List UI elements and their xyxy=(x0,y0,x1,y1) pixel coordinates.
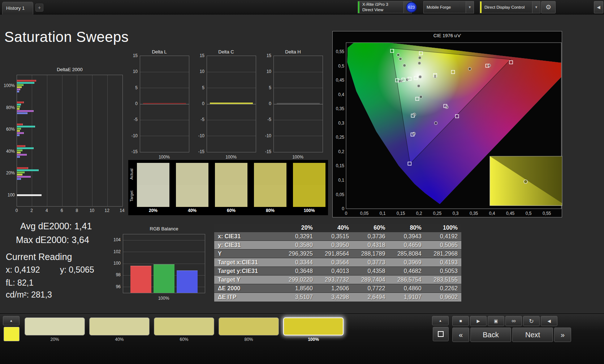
settings-button[interactable]: ⚙ xyxy=(541,1,556,13)
row-label: y: CIE31 xyxy=(214,241,280,250)
current-color-chip[interactable] xyxy=(4,327,20,341)
meter-label: X-Rite i1Pro 3 Direct View xyxy=(359,2,404,13)
next-chevron-button[interactable]: » xyxy=(554,328,571,342)
display-control-dropdown[interactable]: Direct Display Control ▼ xyxy=(480,1,540,13)
y-tick-label: 102 xyxy=(106,249,121,255)
de2000-bar xyxy=(17,152,21,153)
delta-bar xyxy=(277,103,320,104)
cell-value: 0,5053 xyxy=(425,267,461,276)
saturation-swatch-button[interactable] xyxy=(283,317,344,335)
table-row: Target Y299,0220293,7732289,7404286,5754… xyxy=(214,276,461,284)
cell-value: 285,8084 xyxy=(389,250,425,258)
session-count-badge[interactable]: 623 xyxy=(406,2,417,13)
svg-text:0,15: 0,15 xyxy=(336,163,345,168)
gridline xyxy=(123,264,205,264)
refresh-button[interactable]: ↻ xyxy=(523,316,540,326)
expand-right-button[interactable]: ▲ xyxy=(432,316,449,325)
display-window-button[interactable] xyxy=(433,327,449,341)
next-button[interactable]: Next xyxy=(512,328,553,342)
y-tick-label: 5 xyxy=(196,85,204,91)
cell-value: 0,4192 xyxy=(425,232,461,241)
gridline xyxy=(207,120,256,120)
x-tick-label: 0 xyxy=(13,208,20,213)
saturation-swatch-button[interactable] xyxy=(25,317,85,335)
continuous-button[interactable]: ∞ xyxy=(505,316,522,326)
tab-history-1[interactable]: History 1 xyxy=(2,2,33,14)
chart-title: RGB Balance xyxy=(123,226,205,231)
y-tick-label: 5 xyxy=(263,85,271,91)
swatch-button-label: 100% xyxy=(283,337,344,342)
save-button[interactable]: ▣ xyxy=(488,316,504,326)
meter-line2: Direct View xyxy=(362,7,401,13)
de2000-bar xyxy=(17,154,27,156)
chevron-down-icon[interactable]: ▼ xyxy=(466,1,474,13)
previous-button[interactable]: ◀ xyxy=(541,316,557,326)
x-tick-label: 8 xyxy=(73,208,81,213)
green-bar xyxy=(154,264,174,293)
chevrons-right-icon: » xyxy=(561,331,565,339)
current-x-value: x: 0,4192 xyxy=(6,265,40,275)
row-label: Target y:CIE31 xyxy=(214,267,280,276)
swatch-button-label: 40% xyxy=(89,337,150,342)
y-tick-label: 15 xyxy=(129,53,138,58)
svg-text:0,45: 0,45 xyxy=(336,78,345,83)
saturation-swatch-button[interactable] xyxy=(219,317,279,335)
cell-value: 281,2968 xyxy=(425,250,461,258)
back-button[interactable]: Back xyxy=(470,328,511,342)
cell-value: 2,6494 xyxy=(353,293,389,302)
cie-diagram: CIE 1976 u'v' 00,050,10,150,20,250,30,35… xyxy=(332,31,562,217)
cell-value: 286,5754 xyxy=(389,276,425,284)
collapse-button[interactable]: ◀ xyxy=(594,1,603,13)
play-button[interactable]: ▶ xyxy=(470,316,487,326)
gridline xyxy=(140,120,189,120)
de2000-bar xyxy=(17,169,39,171)
plot-area xyxy=(207,56,256,152)
svg-text:0,05: 0,05 xyxy=(360,211,369,216)
cell-value: 0,4860 xyxy=(389,284,425,293)
table-row: x: CIE310,32910,35150,37360,39430,4192 xyxy=(214,232,461,241)
source-dropdown[interactable]: Mobile Forge ▼ xyxy=(423,1,474,13)
gridline xyxy=(123,252,205,252)
de2000-bar xyxy=(17,156,20,158)
red-bar xyxy=(130,266,151,293)
plot-area xyxy=(140,56,189,152)
column-header: 80% xyxy=(389,224,425,232)
swatch-button-label: 60% xyxy=(154,337,214,342)
gridline xyxy=(140,88,189,88)
de2000-bar xyxy=(17,104,21,105)
saturation-swatch-button[interactable] xyxy=(89,317,150,335)
x-tick-label: 6 xyxy=(58,208,65,213)
cell-value: 0,3291 xyxy=(280,232,316,241)
chart-title: Delta C xyxy=(196,49,256,55)
table-row: y: CIE310,35800,39500,43180,46590,5065 xyxy=(214,241,461,250)
stop-button[interactable]: ■ xyxy=(452,316,469,326)
gridline xyxy=(274,88,323,88)
table-row: Y296,3925291,8564288,1789285,8084281,296… xyxy=(214,250,461,258)
add-tab-button[interactable]: + xyxy=(35,4,43,12)
y-tick-label: 10 xyxy=(129,69,138,74)
actual-swatch xyxy=(254,163,286,185)
y-tick-label: -15 xyxy=(129,149,138,155)
back-chevron-button[interactable]: « xyxy=(452,328,469,342)
saturation-swatch-button[interactable] xyxy=(154,317,214,335)
cell-value: 0,7722 xyxy=(353,284,389,293)
delta-h-chart: Delta H 151050-5-10-15100% xyxy=(263,49,323,162)
svg-text:0,4: 0,4 xyxy=(489,211,495,216)
gridline xyxy=(274,136,323,136)
expand-left-button[interactable]: ▲ xyxy=(3,316,20,325)
plot-area xyxy=(273,56,323,152)
column-header: 40% xyxy=(316,224,353,232)
target-swatch xyxy=(176,185,208,207)
gridline xyxy=(107,75,108,206)
de2000-bar xyxy=(17,88,20,90)
svg-text:0,25: 0,25 xyxy=(433,211,442,216)
cell-value: 0,3943 xyxy=(389,232,425,241)
svg-text:0,4: 0,4 xyxy=(338,92,344,97)
de2000-bar xyxy=(17,172,25,173)
chart-title: Delta H xyxy=(263,49,323,55)
de2000-bar xyxy=(17,150,22,151)
swatch-button-label: 80% xyxy=(219,337,279,342)
chevron-down-icon[interactable]: ▼ xyxy=(532,1,540,13)
meter-dropdown[interactable]: X-Rite i1Pro 3 Direct View ▼ xyxy=(358,1,412,13)
current-fl-value: fL: 82,1 xyxy=(6,278,34,288)
